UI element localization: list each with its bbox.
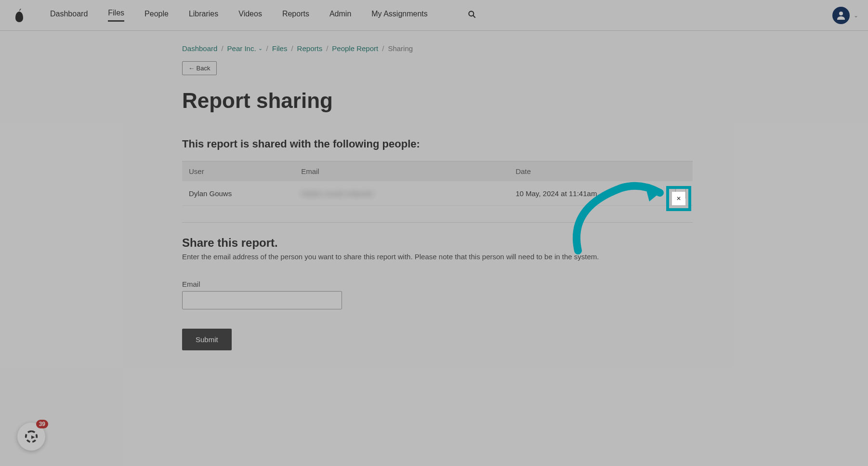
user-menu[interactable]: ⌄ [832,7,858,24]
breadcrumb-sep: / [266,44,268,53]
nav-my-assignments[interactable]: My Assignments [371,10,427,21]
chat-icon [24,429,39,444]
share-report-description: Enter the email address of the person yo… [182,253,693,261]
breadcrumb: Dashboard / Pear Inc. ⌄ / Files / Report… [182,44,693,53]
nav-files[interactable]: Files [108,9,124,22]
breadcrumb-sep: / [291,44,293,53]
breadcrumb-current: Sharing [388,44,413,53]
cell-date: 10 May, 2024 at 11:41am [509,181,652,206]
app-logo [13,7,26,24]
breadcrumb-dashboard[interactable]: Dashboard [182,44,217,53]
shared-users-table: User Email Date Dylan Gouws hidden-email… [182,161,693,206]
page-title: Report sharing [182,89,693,113]
email-label: Email [182,280,693,288]
cell-user: Dylan Gouws [182,181,294,206]
avatar-icon [832,7,850,24]
remove-share-button[interactable]: ✕ [675,188,686,199]
chat-widget[interactable]: 39 [17,423,45,451]
svg-line-1 [473,15,475,18]
close-icon: ✕ [679,190,683,197]
chat-badge: 39 [36,420,48,428]
share-report-heading: Share this report. [182,236,693,250]
shared-with-heading: This report is shared with the following… [182,138,693,150]
top-nav: Dashboard Files People Libraries Videos … [0,0,868,31]
nav-admin[interactable]: Admin [329,10,351,21]
breadcrumb-sep: / [326,44,328,53]
cell-email: hidden-email-redacted [294,181,509,206]
table-header-action [652,161,693,182]
divider [182,222,693,223]
breadcrumb-files[interactable]: Files [272,44,288,53]
breadcrumb-pear-inc[interactable]: Pear Inc. [227,44,256,53]
search-icon[interactable] [467,10,477,21]
cell-action: ✕ [652,181,693,206]
chevron-down-icon: ⌄ [854,12,858,19]
svg-point-0 [469,11,473,16]
email-field[interactable] [182,291,342,309]
back-button[interactable]: ← Back [182,61,217,75]
breadcrumb-sep: / [221,44,223,53]
table-header-user: User [182,161,294,182]
nav-dashboard[interactable]: Dashboard [50,10,88,21]
table-header-date: Date [509,161,652,182]
submit-button[interactable]: Submit [182,329,232,350]
breadcrumb-sep: / [382,44,384,53]
breadcrumb-reports[interactable]: Reports [297,44,323,53]
table-header-email: Email [294,161,509,182]
nav-people[interactable]: People [145,10,169,21]
nav-reports[interactable]: Reports [282,10,309,21]
page-content: Dashboard / Pear Inc. ⌄ / Files / Report… [182,31,693,350]
table-row: Dylan Gouws hidden-email-redacted 10 May… [182,181,693,206]
chevron-down-icon[interactable]: ⌄ [258,45,263,52]
svg-point-2 [839,12,843,15]
nav-videos[interactable]: Videos [238,10,262,21]
breadcrumb-people-report[interactable]: People Report [332,44,378,53]
nav-libraries[interactable]: Libraries [189,10,218,21]
svg-marker-3 [31,436,35,439]
main-nav: Dashboard Files People Libraries Videos … [50,9,477,22]
